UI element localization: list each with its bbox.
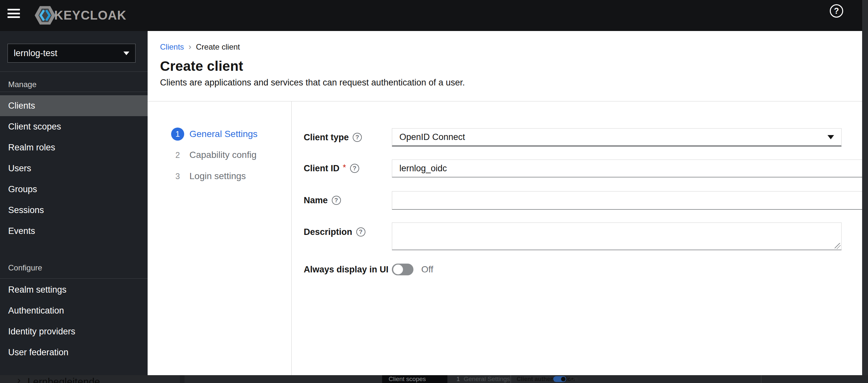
sidebar-item-label: Clients	[8, 101, 35, 111]
sidebar-item-groups[interactable]: Groups	[0, 179, 148, 200]
wizard-step-capability-config[interactable]: 2 Capability config	[171, 148, 256, 162]
client-id-input[interactable]	[392, 160, 868, 177]
wizard-step-number: 2	[171, 148, 184, 162]
page-title: Create client	[160, 59, 243, 74]
nav-group-manage: Manage	[8, 80, 37, 89]
background-divider	[761, 375, 762, 383]
client-type-label-row: Client type ?	[304, 131, 362, 144]
wizard-step-number: 3	[171, 170, 184, 183]
toggle-knob	[393, 265, 403, 274]
help-icon[interactable]: ?	[332, 196, 341, 205]
sidebar-item-users[interactable]: Users	[0, 158, 148, 179]
realm-name: lernlog-test	[14, 48, 58, 59]
help-icon[interactable]: ?	[356, 228, 365, 237]
keycloak-admin-console: KEYCLOAK ? lernlog-test Manage Clients C…	[0, 0, 868, 383]
wizard-step-number: 1	[171, 128, 184, 141]
sidebar-divider	[0, 92, 148, 92]
name-input[interactable]	[392, 191, 868, 210]
sidebar-item-realm-roles[interactable]: Realm roles	[0, 137, 148, 158]
sidebar-item-label: Realm settings	[8, 285, 67, 295]
breadcrumb: Clients › Create client	[160, 42, 240, 52]
breadcrumb-current: Create client	[196, 42, 240, 51]
wizard-step-label: General Settings	[189, 129, 258, 139]
main-content: Clients › Create client Create client Cl…	[148, 31, 862, 375]
description-textarea[interactable]	[392, 222, 841, 250]
sidebar-item-label: Authentication	[8, 306, 64, 316]
sidebar-item-authentication[interactable]: Authentication	[0, 300, 148, 321]
background-window-right-edge	[862, 0, 868, 383]
sidebar: lernlog-test Manage Clients Client scope…	[0, 31, 148, 375]
sidebar-item-events[interactable]: Events	[0, 220, 148, 241]
keycloak-logo: KEYCLOAK	[34, 4, 126, 27]
header-divider	[148, 101, 862, 101]
background-divider	[510, 375, 511, 383]
logo-text: KEYCLOAK	[54, 8, 126, 23]
toggle-state-label: Off	[421, 264, 433, 275]
sidebar-item-clients[interactable]: Clients	[0, 95, 148, 116]
background-toggle-state: On	[570, 375, 578, 383]
sidebar-item-user-federation[interactable]: User federation	[0, 342, 148, 363]
hamburger-menu-icon[interactable]	[7, 9, 20, 18]
name-label: Name	[304, 196, 328, 206]
nav-group-configure: Configure	[8, 263, 42, 272]
background-step-number: 1	[457, 376, 460, 383]
toggle-knob	[561, 377, 566, 381]
background-tree-item: Lernbegleitende	[27, 376, 100, 383]
tree-expander-icon: ›	[17, 375, 21, 383]
background-wizard-step: 1 General Settings	[457, 375, 510, 383]
background-window-bottom-edge: › Lernbegleitende Client scopes 1 Genera…	[0, 375, 868, 383]
sidebar-item-label: Client scopes	[8, 122, 61, 132]
always-display-label: Always display in UI	[304, 265, 389, 275]
breadcrumb-separator-icon: ›	[188, 42, 191, 52]
background-step-label: General Settings	[464, 376, 510, 383]
sidebar-item-realm-settings[interactable]: Realm settings	[0, 279, 148, 300]
chevron-down-icon	[828, 135, 834, 139]
wizard-divider	[291, 101, 291, 375]
always-display-label-row: Always display in UI ?	[304, 263, 402, 276]
help-icon[interactable]: ?	[830, 4, 843, 18]
sidebar-item-label: Users	[8, 164, 31, 174]
keycloak-logo-icon	[34, 4, 56, 27]
realm-selector[interactable]: lernlog-test	[7, 44, 135, 63]
client-type-label: Client type	[304, 133, 349, 143]
always-display-toggle[interactable]	[392, 264, 413, 275]
help-icon[interactable]: ?	[353, 133, 362, 142]
sidebar-item-label: User federation	[8, 347, 69, 357]
sidebar-item-label: Realm roles	[8, 143, 55, 153]
page-subtitle: Clients are applications and services th…	[160, 78, 465, 88]
sidebar-item-client-scopes[interactable]: Client scopes	[0, 116, 148, 137]
background-nav-highlight: Client scopes	[382, 375, 447, 383]
sidebar-item-identity-providers[interactable]: Identity providers	[0, 321, 148, 342]
sidebar-divider	[0, 278, 148, 279]
wizard-step-label: Capability config	[189, 150, 256, 160]
sidebar-item-sessions[interactable]: Sessions	[0, 200, 148, 220]
wizard-step-login-settings[interactable]: 3 Login settings	[171, 170, 246, 183]
client-type-value: OpenID Connect	[399, 132, 465, 142]
sidebar-item-label: Groups	[8, 184, 37, 195]
sidebar-item-label: Identity providers	[8, 326, 75, 337]
description-field-wrap	[392, 222, 841, 250]
resize-handle-icon[interactable]	[835, 243, 841, 249]
masthead: KEYCLOAK ?	[0, 0, 862, 31]
sidebar-item-label: Sessions	[8, 205, 44, 215]
required-asterisk: *	[343, 163, 346, 173]
client-id-label-row: Client ID * ?	[304, 162, 359, 175]
wizard-step-general-settings[interactable]: 1 General Settings	[171, 128, 258, 141]
name-label-row: Name ?	[304, 194, 341, 207]
sidebar-item-label: Events	[8, 226, 35, 236]
client-id-label: Client ID	[304, 164, 340, 174]
chevron-down-icon	[123, 51, 129, 55]
client-type-select[interactable]: OpenID Connect	[392, 128, 841, 146]
background-divider	[180, 375, 185, 383]
breadcrumb-clients-link[interactable]: Clients	[160, 42, 184, 51]
description-label-row: Description ?	[304, 225, 365, 239]
description-label: Description	[304, 227, 352, 237]
sidebar-divider	[0, 71, 148, 72]
wizard-step-label: Login settings	[189, 171, 246, 181]
help-icon[interactable]: ?	[350, 164, 359, 173]
background-toggle-on	[553, 376, 566, 382]
